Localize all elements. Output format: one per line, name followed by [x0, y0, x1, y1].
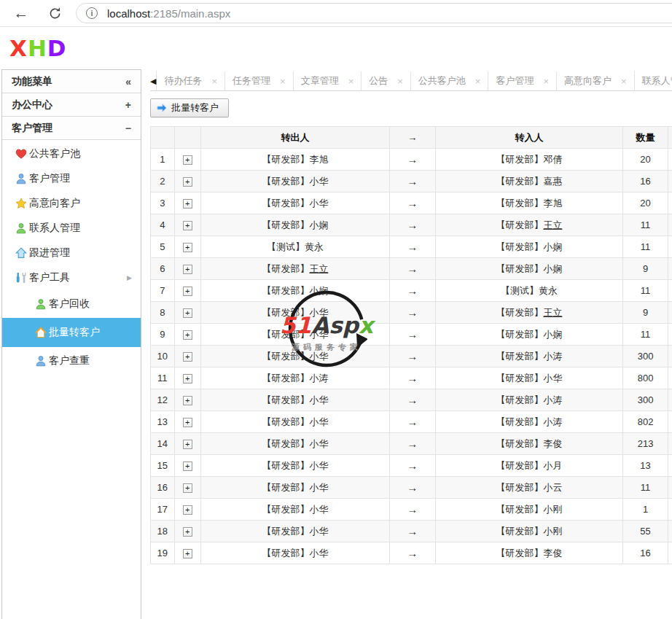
tab-close-icon[interactable]: × [211, 76, 217, 87]
sidebar-item-entry[interactable]: 客户回收 [2, 290, 141, 318]
operator-cell: 小华 [668, 477, 672, 499]
tab-close-icon[interactable]: × [543, 76, 549, 87]
tab[interactable]: 客户管理× [488, 71, 557, 90]
tab[interactable]: 任务管理× [225, 71, 294, 90]
expand-icon[interactable]: + [183, 418, 192, 427]
person-name: 李旭 [309, 154, 328, 165]
tab-close-icon[interactable]: × [397, 76, 403, 87]
expand-icon[interactable]: + [183, 287, 192, 296]
sidebar-item-entry[interactable]: 高意向客户 [2, 191, 141, 216]
dept-label: 【研发部】 [496, 219, 543, 230]
batch-transfer-button-label: 批量转客户 [171, 101, 219, 114]
transfer-from-cell: 【研发部】小华 [200, 346, 389, 367]
person-name: 黄永 [539, 285, 558, 296]
expand-icon[interactable]: + [183, 199, 192, 209]
transfer-from-cell: 【研发部】小华 [200, 192, 389, 214]
expand-icon[interactable]: + [183, 440, 192, 449]
person-name: 小华 [309, 176, 328, 187]
person-name: 小涛 [543, 416, 562, 427]
row-number-cell: 9 [151, 324, 175, 346]
browser-chrome: ← i localhost:2185/main.aspx [0, 0, 672, 27]
expand-icon[interactable]: + [183, 330, 192, 340]
tab[interactable]: 待办任务× [157, 71, 225, 90]
table-header-cell: 转入人 [435, 127, 623, 149]
tab-label: 客户管理 [496, 74, 534, 87]
person-name: 小华 [309, 394, 328, 405]
tab-close-icon[interactable]: × [280, 76, 286, 87]
batch-transfer-button[interactable]: 批量转客户 [150, 98, 229, 117]
person-name: 小云 [543, 482, 562, 493]
expand-icon[interactable]: + [183, 308, 192, 318]
info-icon[interactable]: i [86, 7, 98, 19]
sidebar-section-customer[interactable]: 客户管理 − [2, 117, 141, 140]
expand-icon[interactable]: + [183, 221, 192, 230]
dept-label: 【研发部】 [262, 219, 309, 230]
tab-close-icon[interactable]: × [348, 76, 354, 87]
row-expand-cell: + [174, 411, 200, 433]
sidebar-item-entry[interactable]: 联系人管理 [2, 216, 141, 241]
expand-icon[interactable]: + [183, 462, 192, 471]
tab-close-icon[interactable]: × [621, 76, 627, 87]
tab[interactable]: 公共客户池× [411, 71, 489, 90]
transfer-to-cell: 【研发部】王立 [435, 214, 623, 236]
sidebar: 功能菜单 « 办公中心 + 客户管理 − 公共客户池客户管理高意向客户联系人管理… [1, 69, 141, 619]
expand-icon[interactable]: + [183, 549, 192, 558]
operator-cell: 超级管理员 [668, 214, 672, 236]
sidebar-section-office[interactable]: 办公中心 + [2, 93, 141, 117]
quantity-cell: 55 [623, 521, 668, 542]
sidebar-item-entry[interactable]: 跟进管理 [2, 241, 141, 265]
person-name[interactable]: 王立 [543, 307, 562, 318]
expand-icon[interactable]: + [183, 396, 192, 405]
expand-icon[interactable]: + [183, 155, 192, 165]
sidebar-item-entry[interactable]: 客户管理 [2, 166, 141, 191]
dept-label: 【研发部】 [262, 307, 309, 318]
expand-icon[interactable]: + [183, 352, 192, 362]
tab-strip: ◀ 待办任务×任务管理×文章管理×公告×公共客户池×客户管理×高意向客户×联系人… [150, 71, 672, 91]
tab-scroll-left-icon[interactable]: ◀ [150, 71, 157, 90]
operator-cell: 小华 [668, 521, 672, 542]
logo-letter: X [9, 35, 28, 61]
dept-label: 【研发部】 [496, 394, 543, 405]
expand-icon[interactable]: + [183, 483, 192, 493]
person-name[interactable]: 王立 [309, 263, 328, 274]
sidebar-item-label: 客户管理 [29, 172, 70, 185]
arrow-right-icon: → [389, 214, 435, 236]
url-host: localhost [107, 7, 150, 20]
sidebar-item-entry[interactable]: 客户工具▶ [2, 265, 141, 290]
table-row: 13+【研发部】小华→【研发部】小涛802小华201 [151, 411, 672, 433]
transfer-from-cell: 【研发部】小华 [200, 499, 389, 521]
expand-icon[interactable]: + [183, 265, 192, 274]
expand-icon[interactable]: + [183, 527, 192, 537]
dept-label: 【研发部】 [496, 329, 543, 340]
sidebar-item-entry[interactable]: 公共客户池 [2, 141, 141, 166]
dept-label: 【研发部】 [262, 285, 309, 296]
quantity-cell: 9 [623, 302, 668, 324]
row-expand-cell: + [174, 542, 200, 564]
expand-icon[interactable]: + [183, 177, 192, 187]
transfer-to-cell: 【研发部】李俊 [435, 542, 623, 564]
tab[interactable]: 联系人管理× [635, 71, 672, 90]
tab-close-icon[interactable]: × [475, 76, 481, 87]
transfer-from-cell: 【研发部】小华 [200, 521, 389, 542]
transfer-from-cell: 【研发部】小华 [200, 389, 389, 411]
sidebar-item-entry[interactable]: 客户查重 [2, 347, 141, 375]
address-bar[interactable]: i localhost:2185/main.aspx [76, 3, 672, 23]
sidebar-collapse-icon[interactable]: « [125, 76, 131, 87]
person-name[interactable]: 王立 [543, 219, 562, 230]
refresh-icon[interactable] [46, 7, 63, 20]
quantity-cell: 800 [623, 367, 668, 389]
row-expand-cell: + [174, 521, 200, 542]
expand-icon[interactable]: + [183, 505, 192, 515]
tab[interactable]: 公告× [362, 71, 411, 90]
expand-icon[interactable]: + [183, 243, 192, 252]
tab[interactable]: 文章管理× [294, 71, 362, 90]
dept-label: 【研发部】 [262, 460, 309, 471]
dept-label: 【研发部】 [262, 438, 309, 449]
arrow-right-icon: → [389, 324, 435, 346]
tab[interactable]: 高意向客户× [557, 71, 635, 90]
back-icon[interactable]: ← [12, 4, 30, 22]
dept-label: 【研发部】 [262, 394, 309, 405]
arrow-right-icon: → [389, 346, 435, 367]
sidebar-item-selected[interactable]: 批量转客户 [2, 318, 141, 347]
expand-icon[interactable]: + [183, 374, 192, 384]
